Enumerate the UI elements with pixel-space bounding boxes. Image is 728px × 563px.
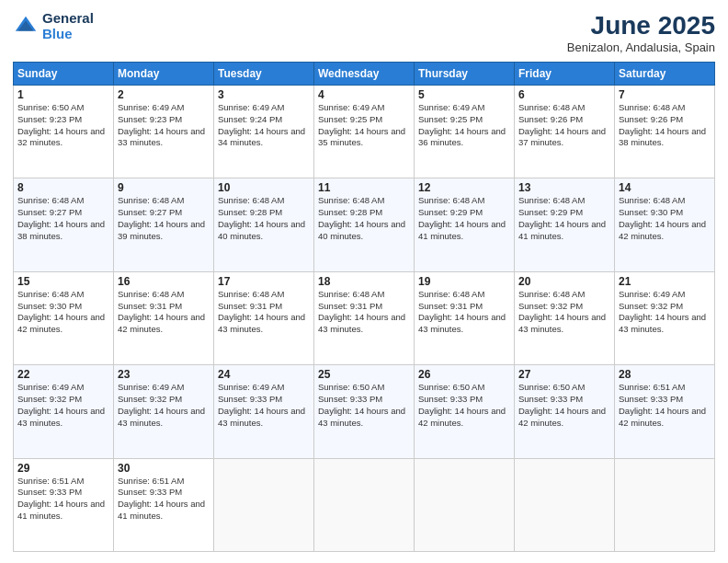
calendar-table: SundayMondayTuesdayWednesdayThursdayFrid… bbox=[13, 62, 715, 552]
page: General Blue June 2025 Benizalon, Andalu… bbox=[0, 0, 728, 563]
calendar-cell: 27Sunrise: 6:50 AMSunset: 9:33 PMDayligh… bbox=[515, 365, 615, 458]
day-number: 2 bbox=[118, 88, 210, 101]
logo: General Blue bbox=[13, 11, 94, 41]
calendar-cell: 24Sunrise: 6:49 AMSunset: 9:33 PMDayligh… bbox=[214, 365, 314, 458]
weekday-header-thursday: Thursday bbox=[415, 63, 515, 86]
calendar-cell: 8Sunrise: 6:48 AMSunset: 9:27 PMDaylight… bbox=[14, 178, 114, 271]
day-info: Sunrise: 6:48 AMSunset: 9:29 PMDaylight:… bbox=[518, 195, 610, 242]
calendar-cell: 14Sunrise: 6:48 AMSunset: 9:30 PMDayligh… bbox=[615, 178, 715, 271]
day-number: 11 bbox=[318, 181, 410, 194]
calendar-cell: 13Sunrise: 6:48 AMSunset: 9:29 PMDayligh… bbox=[515, 178, 615, 271]
title-block: June 2025 Benizalon, Andalusia, Spain bbox=[567, 11, 715, 54]
logo-text: General Blue bbox=[42, 11, 94, 41]
calendar-cell: 25Sunrise: 6:50 AMSunset: 9:33 PMDayligh… bbox=[314, 365, 415, 458]
day-info: Sunrise: 6:49 AMSunset: 9:25 PMDaylight:… bbox=[318, 102, 410, 149]
calendar-cell: 6Sunrise: 6:48 AMSunset: 9:26 PMDaylight… bbox=[515, 86, 615, 178]
calendar-cell: 11Sunrise: 6:48 AMSunset: 9:28 PMDayligh… bbox=[314, 178, 415, 271]
day-info: Sunrise: 6:48 AMSunset: 9:31 PMDaylight:… bbox=[418, 289, 510, 336]
day-info: Sunrise: 6:48 AMSunset: 9:26 PMDaylight:… bbox=[619, 102, 711, 149]
day-number: 12 bbox=[418, 181, 510, 194]
calendar-cell: 1Sunrise: 6:50 AMSunset: 9:23 PMDaylight… bbox=[14, 86, 114, 178]
day-info: Sunrise: 6:50 AMSunset: 9:33 PMDaylight:… bbox=[418, 382, 510, 429]
calendar-cell bbox=[515, 458, 615, 551]
month-title: June 2025 bbox=[567, 11, 715, 40]
day-info: Sunrise: 6:48 AMSunset: 9:31 PMDaylight:… bbox=[218, 289, 310, 336]
day-info: Sunrise: 6:49 AMSunset: 9:25 PMDaylight:… bbox=[418, 102, 510, 149]
day-number: 8 bbox=[17, 181, 109, 194]
day-number: 18 bbox=[318, 275, 410, 288]
day-number: 29 bbox=[17, 462, 109, 475]
calendar-cell: 15Sunrise: 6:48 AMSunset: 9:30 PMDayligh… bbox=[14, 271, 114, 364]
calendar-cell bbox=[214, 458, 314, 551]
day-number: 17 bbox=[218, 275, 310, 288]
logo-icon bbox=[13, 14, 39, 40]
day-number: 15 bbox=[17, 275, 109, 288]
calendar-cell: 17Sunrise: 6:48 AMSunset: 9:31 PMDayligh… bbox=[214, 271, 314, 364]
calendar-cell: 16Sunrise: 6:48 AMSunset: 9:31 PMDayligh… bbox=[114, 271, 214, 364]
day-info: Sunrise: 6:48 AMSunset: 9:30 PMDaylight:… bbox=[17, 289, 109, 336]
calendar-cell: 10Sunrise: 6:48 AMSunset: 9:28 PMDayligh… bbox=[214, 178, 314, 271]
calendar-cell: 29Sunrise: 6:51 AMSunset: 9:33 PMDayligh… bbox=[14, 458, 114, 551]
calendar-cell: 30Sunrise: 6:51 AMSunset: 9:33 PMDayligh… bbox=[114, 458, 214, 551]
day-number: 20 bbox=[518, 275, 610, 288]
day-info: Sunrise: 6:51 AMSunset: 9:33 PMDaylight:… bbox=[17, 476, 109, 523]
calendar-cell: 21Sunrise: 6:49 AMSunset: 9:32 PMDayligh… bbox=[615, 271, 715, 364]
header: General Blue June 2025 Benizalon, Andalu… bbox=[13, 11, 715, 54]
calendar-cell: 5Sunrise: 6:49 AMSunset: 9:25 PMDaylight… bbox=[415, 86, 515, 178]
weekday-header-saturday: Saturday bbox=[615, 63, 715, 86]
calendar-cell: 20Sunrise: 6:48 AMSunset: 9:32 PMDayligh… bbox=[515, 271, 615, 364]
day-number: 25 bbox=[318, 368, 410, 381]
day-number: 27 bbox=[518, 368, 610, 381]
day-number: 13 bbox=[518, 181, 610, 194]
weekday-header-wednesday: Wednesday bbox=[314, 63, 415, 86]
calendar-cell: 26Sunrise: 6:50 AMSunset: 9:33 PMDayligh… bbox=[415, 365, 515, 458]
day-info: Sunrise: 6:49 AMSunset: 9:33 PMDaylight:… bbox=[218, 382, 310, 429]
day-info: Sunrise: 6:51 AMSunset: 9:33 PMDaylight:… bbox=[118, 476, 210, 523]
calendar-cell: 3Sunrise: 6:49 AMSunset: 9:24 PMDaylight… bbox=[214, 86, 314, 178]
calendar-cell: 28Sunrise: 6:51 AMSunset: 9:33 PMDayligh… bbox=[615, 365, 715, 458]
calendar-cell: 23Sunrise: 6:49 AMSunset: 9:32 PMDayligh… bbox=[114, 365, 214, 458]
day-info: Sunrise: 6:48 AMSunset: 9:27 PMDaylight:… bbox=[17, 195, 109, 242]
day-info: Sunrise: 6:49 AMSunset: 9:32 PMDaylight:… bbox=[619, 289, 711, 336]
day-number: 10 bbox=[218, 181, 310, 194]
day-number: 6 bbox=[518, 88, 610, 101]
day-info: Sunrise: 6:48 AMSunset: 9:29 PMDaylight:… bbox=[418, 195, 510, 242]
calendar-cell: 19Sunrise: 6:48 AMSunset: 9:31 PMDayligh… bbox=[415, 271, 515, 364]
weekday-header-friday: Friday bbox=[515, 63, 615, 86]
calendar-cell: 7Sunrise: 6:48 AMSunset: 9:26 PMDaylight… bbox=[615, 86, 715, 178]
calendar-cell bbox=[415, 458, 515, 551]
calendar-week-2: 8Sunrise: 6:48 AMSunset: 9:27 PMDaylight… bbox=[14, 178, 715, 271]
weekday-header-tuesday: Tuesday bbox=[214, 63, 314, 86]
day-info: Sunrise: 6:48 AMSunset: 9:28 PMDaylight:… bbox=[318, 195, 410, 242]
calendar-cell: 12Sunrise: 6:48 AMSunset: 9:29 PMDayligh… bbox=[415, 178, 515, 271]
day-number: 3 bbox=[218, 88, 310, 101]
calendar-week-4: 22Sunrise: 6:49 AMSunset: 9:32 PMDayligh… bbox=[14, 365, 715, 458]
day-info: Sunrise: 6:49 AMSunset: 9:32 PMDaylight:… bbox=[118, 382, 210, 429]
day-number: 24 bbox=[218, 368, 310, 381]
location: Benizalon, Andalusia, Spain bbox=[567, 40, 715, 54]
day-info: Sunrise: 6:50 AMSunset: 9:23 PMDaylight:… bbox=[17, 102, 109, 149]
calendar-cell bbox=[314, 458, 415, 551]
day-info: Sunrise: 6:49 AMSunset: 9:24 PMDaylight:… bbox=[218, 102, 310, 149]
day-number: 30 bbox=[118, 462, 210, 475]
day-number: 26 bbox=[418, 368, 510, 381]
calendar-week-1: 1Sunrise: 6:50 AMSunset: 9:23 PMDaylight… bbox=[14, 86, 715, 178]
day-info: Sunrise: 6:48 AMSunset: 9:27 PMDaylight:… bbox=[118, 195, 210, 242]
day-info: Sunrise: 6:48 AMSunset: 9:26 PMDaylight:… bbox=[518, 102, 610, 149]
day-info: Sunrise: 6:49 AMSunset: 9:32 PMDaylight:… bbox=[17, 382, 109, 429]
day-info: Sunrise: 6:49 AMSunset: 9:23 PMDaylight:… bbox=[118, 102, 210, 149]
calendar-cell: 4Sunrise: 6:49 AMSunset: 9:25 PMDaylight… bbox=[314, 86, 415, 178]
weekday-header-monday: Monday bbox=[114, 63, 214, 86]
calendar-header-row: SundayMondayTuesdayWednesdayThursdayFrid… bbox=[14, 63, 715, 86]
weekday-header-sunday: Sunday bbox=[14, 63, 114, 86]
calendar-cell: 18Sunrise: 6:48 AMSunset: 9:31 PMDayligh… bbox=[314, 271, 415, 364]
calendar-cell bbox=[615, 458, 715, 551]
day-info: Sunrise: 6:50 AMSunset: 9:33 PMDaylight:… bbox=[518, 382, 610, 429]
day-info: Sunrise: 6:48 AMSunset: 9:31 PMDaylight:… bbox=[318, 289, 410, 336]
day-number: 21 bbox=[619, 275, 711, 288]
day-info: Sunrise: 6:50 AMSunset: 9:33 PMDaylight:… bbox=[318, 382, 410, 429]
day-number: 22 bbox=[17, 368, 109, 381]
day-info: Sunrise: 6:48 AMSunset: 9:32 PMDaylight:… bbox=[518, 289, 610, 336]
day-number: 16 bbox=[118, 275, 210, 288]
day-info: Sunrise: 6:51 AMSunset: 9:33 PMDaylight:… bbox=[619, 382, 711, 429]
